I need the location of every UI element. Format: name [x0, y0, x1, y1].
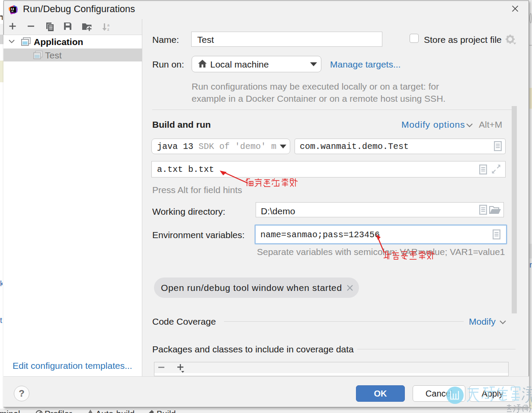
svg-text:z: z	[107, 27, 109, 31]
svg-text:a: a	[107, 23, 110, 27]
